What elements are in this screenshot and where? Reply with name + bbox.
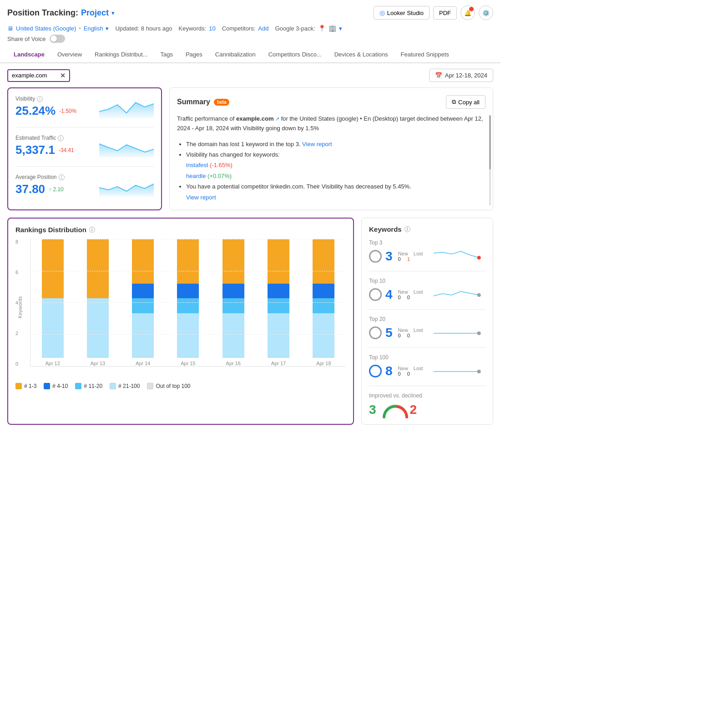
rankings-panel: Rankings Distribution i Keywords 8 6 4 2…: [7, 218, 354, 425]
summary-content: Traffic performance of example.com ↗ for…: [177, 114, 485, 203]
summary-panel: Summary beta ⧉ Copy all Traffic performa…: [169, 87, 493, 210]
rankings-title: Rankings Distribution i: [15, 226, 346, 234]
bottom-section: Rankings Distribution i Keywords 8 6 4 2…: [7, 218, 493, 425]
tab-devices[interactable]: Devices & Locations: [328, 46, 394, 63]
bullet-1: The domain has lost 1 keyword in the top…: [186, 139, 485, 149]
sov-toggle[interactable]: [50, 35, 65, 43]
pdf-button[interactable]: PDF: [433, 6, 457, 20]
legend-1-3[interactable]: # 1-3: [15, 383, 36, 389]
kw-improved-label: Improved vs. declined: [369, 392, 485, 399]
legend-11-20[interactable]: # 11-20: [75, 383, 102, 389]
visibility-sparkline: [99, 96, 154, 120]
position-sparkline: [99, 174, 154, 198]
keywords-count[interactable]: 10: [209, 25, 215, 32]
view-report-2[interactable]: View report: [186, 194, 216, 201]
keywords-label: Keywords:: [178, 25, 206, 32]
chart-legend: # 1-3 # 4-10 # 11-20 # 21-100 Out of top…: [15, 383, 346, 389]
position-metric: Average Position i 37.80 ↑ 2.10: [15, 174, 154, 198]
copy-icon: ⧉: [452, 98, 456, 106]
tab-tags[interactable]: Tags: [154, 46, 179, 63]
bar-label-apr14: Apr 14: [136, 361, 150, 366]
tab-snippets[interactable]: Featured Snippets: [394, 46, 455, 63]
tab-cannibalization[interactable]: Cannibalization: [209, 46, 262, 63]
visibility-left: Visibility i 25.24% -1.50%: [15, 96, 76, 118]
summary-region-text: for the United States (google) • En (Des…: [177, 115, 483, 132]
subheader-row: 🖥 United States (Google) • English ▾ Upd…: [0, 23, 500, 34]
kw-top10-new-lost: New Lost 0 0: [398, 289, 423, 300]
chevron-down-icon[interactable]: ▾: [111, 10, 115, 16]
beta-badge: beta: [214, 99, 230, 106]
kw-top10-sparkline: [427, 287, 485, 303]
language-link[interactable]: English: [84, 25, 103, 32]
kw-top100-new: 0: [398, 371, 401, 377]
heardle-change: (+0.07%): [207, 173, 232, 179]
external-link-icon[interactable]: ↗: [275, 116, 279, 122]
building-icon[interactable]: 🏢: [329, 25, 336, 32]
position-value: 37.80 ↑ 2.10: [15, 182, 65, 196]
bullet-3: You have a potential competitor linkedin…: [186, 181, 485, 203]
kw-top3-lost: 1: [407, 256, 410, 262]
info-icon-position[interactable]: i: [59, 174, 65, 180]
bullet-2: Visibility has changed for keywords: ins…: [186, 149, 485, 181]
looker-icon: ◎: [379, 9, 385, 16]
kw-top100-new-lost: New Lost 0 0: [398, 366, 423, 377]
copy-all-button[interactable]: ⧉ Copy all: [446, 95, 485, 109]
info-icon[interactable]: i: [37, 96, 43, 102]
visibility-value: 25.24% -1.50%: [15, 104, 76, 118]
tab-pages[interactable]: Pages: [179, 46, 209, 63]
looker-studio-button[interactable]: ◎ Looker Studio: [374, 6, 430, 20]
settings-button[interactable]: ⚙️: [479, 5, 493, 20]
improved-value: 3: [369, 402, 376, 417]
kw-top100-value: 8: [385, 364, 393, 378]
top-section: Visibility i 25.24% -1.50%: [7, 87, 493, 210]
position-left: Average Position i 37.80 ↑ 2.10: [15, 174, 65, 196]
tab-landscape[interactable]: Landscape: [7, 46, 51, 63]
position-label: Average Position i: [15, 174, 65, 180]
domain-input[interactable]: [12, 72, 57, 79]
kw-top10: Top 10 4 New Lost 0 0: [369, 278, 485, 310]
bar-chart: Apr 12 Apr 13: [30, 239, 346, 367]
kw-top10-label: Top 10: [369, 278, 485, 284]
keyword-instafest[interactable]: instafest: [186, 162, 208, 168]
info-icon-kw[interactable]: i: [404, 226, 410, 232]
legend-21-100[interactable]: # 21-100: [110, 383, 140, 389]
kw-top3-label: Top 3: [369, 239, 485, 246]
keywords-panel: Keywords i Top 3 3 New Lost 0 1: [361, 218, 493, 425]
kw-top100-circle: [369, 365, 382, 377]
summary-title-group: Summary beta: [177, 98, 229, 106]
scroll-indicator: [489, 115, 491, 205]
view-report-1[interactable]: View report: [302, 141, 332, 148]
summary-domain: example.com: [236, 115, 273, 122]
tab-rankings[interactable]: Rankings Distribut...: [88, 46, 154, 63]
tab-overview[interactable]: Overview: [51, 46, 88, 63]
bar-label-apr16: Apr 16: [226, 361, 241, 366]
location-link[interactable]: United States (Google): [16, 25, 76, 32]
tab-competitors[interactable]: Competitors Disco...: [262, 46, 328, 63]
kw-top3: Top 3 3 New Lost 0 1: [369, 239, 485, 271]
header-left: Position Tracking: Project ▾: [7, 8, 115, 18]
kw-top3-sparkline: [427, 249, 485, 265]
keyword-heardle[interactable]: heardle: [186, 173, 206, 179]
bar-chart-container: Keywords 8 6 4 2 0: [15, 239, 346, 376]
clear-domain-button[interactable]: ✕: [60, 72, 66, 79]
legend-out[interactable]: Out of top 100: [147, 383, 190, 389]
lang-chevron[interactable]: ▾: [106, 25, 109, 32]
location-pin-icon[interactable]: 📍: [318, 25, 326, 32]
notification-bell-button[interactable]: 🔔: [460, 5, 475, 20]
legend-4-10[interactable]: # 4-10: [44, 383, 68, 389]
declined-value: 2: [410, 402, 417, 417]
updated-text: Updated: 8 hours ago: [115, 25, 172, 32]
svg-point-2: [477, 331, 480, 335]
project-link[interactable]: Project: [81, 8, 109, 18]
info-icon-traffic[interactable]: i: [58, 135, 64, 141]
nav-tabs: Landscape Overview Rankings Distribut...…: [0, 46, 500, 63]
kw-top20-new-lost: New Lost 0 0: [398, 327, 423, 338]
sov-label: Share of Voice: [7, 36, 46, 42]
date-range-button[interactable]: 📅 Apr 12-18, 2024: [429, 69, 493, 82]
main-content: Visibility i 25.24% -1.50%: [0, 87, 500, 432]
google3pack-chevron[interactable]: ▾: [339, 25, 342, 32]
competitors-add[interactable]: Add: [258, 25, 268, 32]
info-icon-rankings[interactable]: i: [89, 227, 95, 233]
traffic-label: Estimated Traffic i: [15, 135, 74, 141]
traffic-sparkline: [99, 135, 154, 159]
